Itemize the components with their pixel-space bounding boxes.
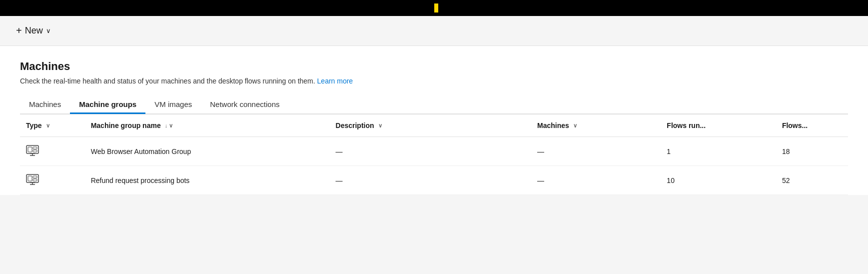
col-header-name[interactable]: Machine group name ↓ ∨ (85, 114, 330, 137)
cell-flows-run-1: 1 (661, 137, 776, 166)
col-header-flows: Flows... (776, 114, 848, 137)
col-header-type[interactable]: Type ∨ (20, 114, 85, 137)
sort-icon-name: ↓ ∨ (165, 122, 173, 129)
top-bar (0, 0, 868, 16)
sort-icon-type: ∨ (46, 122, 50, 129)
table-header-row: Type ∨ Machine group name ↓ ∨ Descriptio… (20, 114, 848, 137)
cell-name-2: Refund request processing bots (85, 166, 330, 195)
chevron-down-icon: ∨ (46, 27, 51, 34)
page-title: Machines (20, 60, 848, 73)
col-header-machines[interactable]: Machines ∨ (531, 114, 661, 137)
page-description: Check the real-time health and status of… (20, 77, 848, 85)
svg-rect-5 (33, 147, 37, 149)
cell-name-1: Web Browser Automation Group (85, 137, 330, 166)
toolbar: + New ∨ (0, 16, 868, 46)
cell-type-1 (20, 137, 85, 166)
table-container: Type ∨ Machine group name ↓ ∨ Descriptio… (0, 114, 868, 195)
tab-machine-groups[interactable]: Machine groups (70, 95, 145, 114)
main-content: Machines Check the real-time health and … (0, 46, 868, 114)
learn-more-link[interactable]: Learn more (317, 77, 353, 85)
plus-icon: + (16, 25, 22, 36)
cell-flows-2: 52 (776, 166, 848, 195)
tab-machines[interactable]: Machines (20, 95, 70, 114)
svg-rect-11 (28, 176, 32, 181)
new-label: New (25, 26, 43, 36)
new-button[interactable]: + New ∨ (12, 23, 55, 38)
cell-machines-1: — (531, 137, 661, 166)
desc-sort[interactable]: Description ∨ (336, 122, 382, 130)
tab-vm-images[interactable]: VM images (145, 95, 201, 114)
sort-icon-desc: ∨ (378, 122, 382, 129)
col-header-flows-run: Flows run... (661, 114, 776, 137)
cell-flows-1: 18 (776, 137, 848, 166)
svg-rect-6 (33, 150, 37, 152)
col-header-description[interactable]: Description ∨ (330, 114, 531, 137)
svg-rect-13 (33, 179, 37, 181)
svg-rect-0 (26, 146, 38, 154)
cell-machines-2: — (531, 166, 661, 195)
machines-sort[interactable]: Machines ∨ (537, 122, 577, 130)
cell-desc-2: — (330, 166, 531, 195)
svg-rect-12 (33, 176, 37, 178)
tabs-container: Machines Machine groups VM images Networ… (20, 95, 848, 114)
tab-network-connections[interactable]: Network connections (201, 95, 288, 114)
table-row: Web Browser Automation Group — — 1 18 (20, 137, 848, 166)
machine-group-icon-1 (26, 145, 39, 156)
svg-rect-4 (28, 147, 32, 152)
machine-groups-table: Type ∨ Machine group name ↓ ∨ Descriptio… (20, 114, 848, 195)
description-text: Check the real-time health and status of… (20, 77, 315, 85)
type-sort[interactable]: Type ∨ (26, 122, 50, 130)
sort-icon-machines: ∨ (573, 122, 577, 129)
name-sort[interactable]: Machine group name ↓ ∨ (91, 122, 173, 130)
cell-flows-run-2: 10 (661, 166, 776, 195)
cell-type-2 (20, 166, 85, 195)
table-row: Refund request processing bots — — 10 52 (20, 166, 848, 195)
top-bar-indicator (434, 4, 438, 12)
svg-rect-7 (26, 174, 38, 182)
machine-group-icon-2 (26, 174, 39, 185)
cell-desc-1: — (330, 137, 531, 166)
